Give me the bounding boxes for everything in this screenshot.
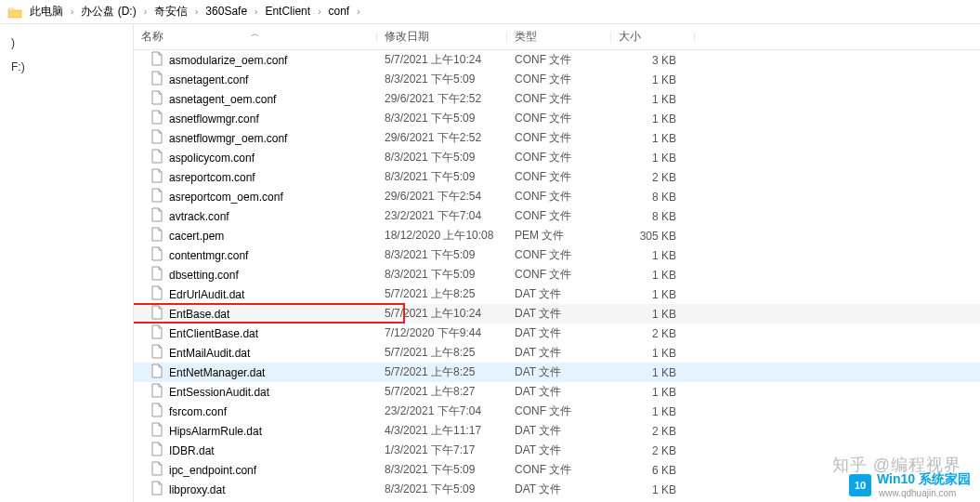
table-row[interactable]: contentmgr.conf8/3/2021 下午5:09CONF 文件1 K… (134, 245, 980, 265)
file-icon (150, 51, 169, 69)
column-name[interactable]: 名称︿ (134, 29, 377, 45)
file-name: EdrUrlAudit.dat (169, 288, 244, 301)
file-name: cacert.pem (169, 230, 224, 243)
file-type-cell: CONF 文件 (507, 111, 611, 126)
file-size-cell: 1 KB (611, 308, 695, 321)
file-size-cell: 2 KB (611, 171, 695, 184)
breadcrumb-item[interactable]: 办公盘 (D:) (79, 5, 137, 18)
column-type[interactable]: 类型 (507, 29, 611, 45)
file-icon (150, 110, 169, 127)
file-icon (150, 246, 169, 264)
file-date-cell: 8/3/2021 下午5:09 (377, 150, 507, 165)
table-row[interactable]: EntSessionAudit.dat5/7/2021 上午8:27DAT 文件… (134, 382, 980, 402)
breadcrumb-item[interactable]: EntClient (263, 5, 312, 18)
folder-icon (7, 6, 22, 19)
file-type-cell: CONF 文件 (507, 91, 611, 107)
file-size-cell: 1 KB (611, 386, 695, 399)
file-date-cell: 8/3/2021 下午5:09 (377, 72, 507, 87)
table-row[interactable]: cacert.pem18/12/2020 上午10:08PEM 文件305 KB (134, 226, 980, 245)
sidebar-item[interactable]: F:) (0, 58, 133, 76)
table-row[interactable]: EntClientBase.dat7/12/2020 下午9:44DAT 文件2… (134, 324, 980, 343)
file-name: asnetagent.conf (169, 73, 248, 86)
file-type-cell: DAT 文件 (507, 306, 611, 322)
breadcrumb-item[interactable]: 奇安信 (152, 5, 189, 18)
table-row[interactable]: fsrcom.conf23/2/2021 下午7:04CONF 文件1 KB (134, 402, 980, 421)
table-row[interactable]: asmodularize_oem.conf5/7/2021 上午10:24CON… (134, 50, 980, 70)
file-date-cell: 29/6/2021 下午2:52 (377, 130, 507, 146)
file-name: aspolicycom.conf (169, 152, 255, 165)
file-date-cell: 18/12/2020 上午10:08 (377, 228, 507, 244)
file-date-cell: 8/3/2021 下午5:09 (377, 111, 507, 126)
file-icon (150, 207, 169, 225)
file-size-cell: 6 KB (611, 464, 695, 477)
file-name: contentmgr.conf (169, 249, 248, 262)
table-row[interactable]: EntNetManager.dat5/7/2021 上午8:25DAT 文件1 … (134, 363, 980, 382)
table-row[interactable]: avtrack.conf23/2/2021 下午7:04CONF 文件8 KB (134, 206, 980, 226)
breadcrumb-item[interactable]: 此电脑 (28, 5, 65, 18)
column-size[interactable]: 大小 (611, 29, 695, 45)
sidebar-item[interactable]: ) (0, 33, 133, 52)
file-name-cell: avtrack.conf (134, 207, 377, 225)
file-type-cell: DAT 文件 (507, 345, 611, 361)
file-type-cell: DAT 文件 (507, 384, 611, 400)
file-date-cell: 29/6/2021 下午2:54 (377, 189, 507, 205)
table-row[interactable]: dbsetting.conf8/3/2021 下午5:09CONF 文件1 KB (134, 265, 980, 284)
table-row[interactable]: asnetagent.conf8/3/2021 下午5:09CONF 文件1 K… (134, 70, 980, 89)
file-list: asmodularize_oem.conf5/7/2021 上午10:24CON… (134, 50, 980, 499)
file-type-cell: DAT 文件 (507, 364, 611, 380)
file-icon (150, 188, 169, 205)
file-name-cell: asnetagent.conf (134, 71, 377, 88)
file-icon (150, 422, 169, 440)
breadcrumb-chevron-icon: › (65, 7, 79, 17)
file-name-cell: EdrUrlAudit.dat (134, 285, 377, 303)
sort-arrow-icon: ︿ (251, 28, 259, 40)
file-name-cell: HipsAlarmRule.dat (134, 422, 377, 440)
file-type-cell: CONF 文件 (507, 169, 611, 185)
table-row[interactable]: EdrUrlAudit.dat5/7/2021 上午8:25DAT 文件1 KB (134, 284, 980, 304)
content-area: )F:) 名称︿ 修改日期 类型 大小 asmodularize_oem.con… (0, 24, 980, 502)
file-icon (150, 168, 169, 186)
file-type-cell: CONF 文件 (507, 150, 611, 165)
file-size-cell: 1 KB (611, 366, 695, 379)
file-name: asmodularize_oem.conf (169, 54, 287, 67)
breadcrumb-chevron-icon: › (312, 7, 326, 17)
table-row[interactable]: asnetagent_oem.conf29/6/2021 下午2:52CONF … (134, 89, 980, 109)
breadcrumb-chevron-icon: › (189, 7, 203, 17)
file-type-cell: CONF 文件 (507, 189, 611, 205)
column-date[interactable]: 修改日期 (377, 29, 507, 45)
watermark-url: www.qdhuajin.com (879, 488, 971, 498)
breadcrumb-item[interactable]: conf (326, 5, 351, 18)
file-name: asreportcom.conf (169, 171, 255, 184)
table-row[interactable]: asnetflowmgr_oem.conf29/6/2021 下午2:52CON… (134, 128, 980, 148)
file-icon (150, 129, 169, 147)
file-icon (150, 344, 169, 362)
file-icon (150, 285, 169, 303)
table-row[interactable]: HipsAlarmRule.dat4/3/2021 上午11:17DAT 文件2… (134, 421, 980, 441)
table-row[interactable]: EntMailAudit.dat5/7/2021 上午8:25DAT 文件1 K… (134, 343, 980, 363)
table-row[interactable]: aspolicycom.conf8/3/2021 下午5:09CONF 文件1 … (134, 148, 980, 167)
file-name: EntNetManager.dat (169, 366, 265, 379)
file-icon (150, 90, 169, 108)
file-name: asnetagent_oem.conf (169, 93, 276, 106)
file-date-cell: 8/3/2021 下午5:09 (377, 247, 507, 263)
file-type-cell: CONF 文件 (507, 267, 611, 283)
breadcrumb: 此电脑›办公盘 (D:)›奇安信›360Safe›EntClient›conf› (0, 0, 980, 24)
table-row[interactable]: asreportcom_oem.conf29/6/2021 下午2:54CONF… (134, 187, 980, 206)
file-name: asreportcom_oem.conf (169, 191, 283, 204)
table-row[interactable]: asnetflowmgr.conf8/3/2021 下午5:09CONF 文件1… (134, 109, 980, 128)
file-area: 名称︿ 修改日期 类型 大小 asmodularize_oem.conf5/7/… (134, 24, 980, 502)
file-name-cell: asnetflowmgr.conf (134, 110, 377, 127)
file-date-cell: 5/7/2021 上午10:24 (377, 306, 507, 322)
breadcrumb-item[interactable]: 360Safe (203, 5, 249, 18)
file-type-cell: CONF 文件 (507, 208, 611, 224)
table-row[interactable]: asreportcom.conf8/3/2021 下午5:09CONF 文件2 … (134, 167, 980, 187)
file-icon (150, 227, 169, 244)
file-name: ipc_endpoint.conf (169, 464, 256, 477)
file-name-cell: ipc_endpoint.conf (134, 461, 377, 479)
file-size-cell: 1 KB (611, 112, 695, 126)
file-size-cell: 1 KB (611, 347, 695, 360)
file-date-cell: 5/7/2021 上午8:25 (377, 345, 507, 361)
file-date-cell: 8/3/2021 下午5:09 (377, 482, 507, 497)
file-date-cell: 1/3/2021 下午7:17 (377, 443, 507, 458)
table-row[interactable]: EntBase.dat5/7/2021 上午10:24DAT 文件1 KB (134, 304, 980, 324)
